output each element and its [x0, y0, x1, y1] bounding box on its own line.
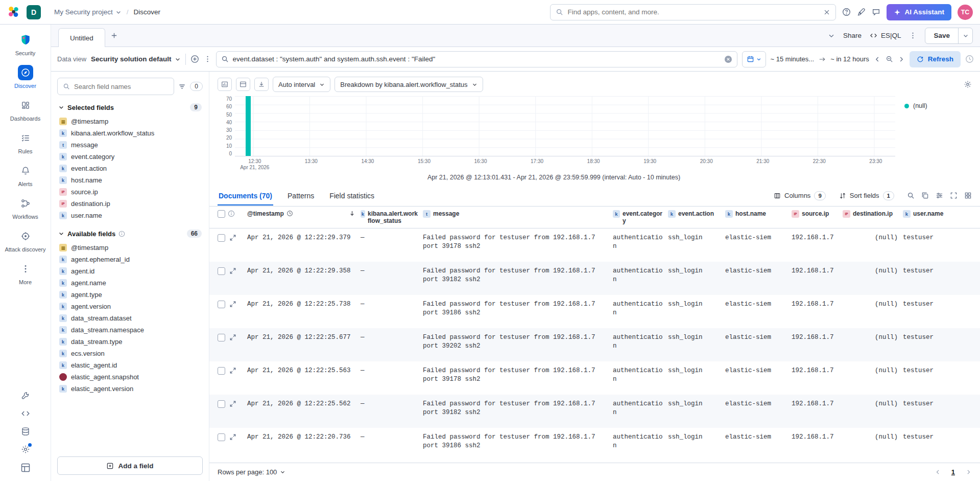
clear-search-icon[interactable] [823, 9, 830, 16]
chart-toggle-icon[interactable] [218, 78, 232, 91]
row-checkbox[interactable] [218, 367, 225, 375]
add-filter-icon[interactable] [190, 55, 199, 63]
expand-row-icon[interactable] [229, 267, 236, 274]
available-fields-heading[interactable]: Available fields 66 [58, 230, 202, 238]
expand-row-icon[interactable] [229, 367, 236, 374]
header-destination-ip[interactable]: IP destination.ip [843, 210, 903, 224]
table-row[interactable]: Apr 21, 2026 @ 12:22:25.563 — Failed pas… [209, 361, 980, 395]
help-icon[interactable] [842, 8, 851, 16]
clear-query-icon[interactable] [724, 55, 732, 63]
share-button[interactable]: Share [843, 32, 862, 39]
grid-view-icon[interactable] [964, 192, 972, 199]
sidebar-item-alerts[interactable]: Alerts [2, 159, 49, 191]
sidebar-item-workflows[interactable]: Workflows [2, 192, 49, 224]
field-list-item[interactable]: k elastic_agent.version [57, 383, 203, 395]
histogram-bar[interactable] [246, 96, 251, 156]
page-number[interactable]: 1 [951, 468, 955, 476]
prev-page-icon[interactable] [935, 469, 941, 475]
feedback-icon[interactable] [872, 8, 880, 16]
new-tab-button[interactable] [110, 32, 118, 39]
sidebar-item-dashboards[interactable]: Dashboards [2, 94, 49, 126]
copy-icon[interactable] [921, 192, 929, 199]
time-range-start[interactable]: ~ 15 minutes... [771, 55, 815, 63]
selected-fields-heading[interactable]: Selected fields 9 [58, 103, 202, 111]
header-event-category[interactable]: k event.category [613, 210, 668, 224]
field-list-item[interactable]: t message [57, 139, 203, 151]
chart-download-icon[interactable] [254, 78, 269, 91]
sidebar-item-discover[interactable]: Discover [2, 61, 49, 93]
kebab-menu-icon[interactable] [909, 32, 917, 39]
breakdown-select[interactable]: Breakdown by kibana.alert.workflow_statu… [334, 77, 483, 92]
expand-row-icon[interactable] [229, 234, 236, 241]
field-search-input[interactable] [74, 83, 169, 90]
field-filter-icon[interactable] [178, 83, 186, 90]
appearance-icon[interactable] [857, 8, 866, 16]
field-search-box[interactable] [57, 78, 174, 95]
field-list-item[interactable]: k data_stream.dataset [57, 312, 203, 324]
refresh-button[interactable]: Refresh [910, 51, 961, 67]
field-list-item[interactable]: k kibana.alert.workflow_status [57, 127, 203, 139]
elastic-logo[interactable] [7, 6, 20, 19]
field-list-item[interactable]: k event.category [57, 151, 203, 163]
sort-desc-arrow-icon[interactable] [349, 210, 355, 217]
space-avatar[interactable]: D [27, 5, 41, 19]
tab-untitled[interactable]: Untitled [58, 28, 105, 47]
global-search[interactable] [550, 4, 836, 20]
expand-row-icon[interactable] [229, 301, 236, 308]
date-picker-button[interactable] [742, 51, 766, 67]
field-list-item[interactable]: IP source.ip [57, 186, 203, 198]
background-refresh-icon[interactable] [965, 55, 974, 63]
time-prev-icon[interactable] [874, 56, 881, 63]
field-list-item[interactable]: k elastic_agent.id [57, 359, 203, 371]
row-checkbox[interactable] [218, 301, 225, 308]
table-row[interactable]: Apr 21, 2026 @ 12:22:25.562 — Failed pas… [209, 395, 980, 428]
time-range-end[interactable]: ~ in 12 hours [830, 55, 869, 63]
field-list-item[interactable]: IP destination.ip [57, 198, 203, 210]
row-checkbox[interactable] [218, 234, 225, 242]
global-search-input[interactable] [567, 8, 819, 16]
table-row[interactable]: Apr 21, 2026 @ 12:22:20.736 — Failed pas… [209, 428, 980, 461]
field-list-item[interactable]: ▦ @timestamp [57, 116, 203, 127]
expand-row-icon[interactable] [229, 433, 236, 441]
save-button[interactable]: Save [925, 28, 958, 43]
header-event-action[interactable]: k event.action [668, 210, 725, 224]
field-list-item[interactable]: k data_stream.namespace [57, 324, 203, 336]
columns-button[interactable]: Columns 9 [769, 189, 830, 203]
console-code-icon[interactable] [21, 409, 30, 418]
storage-icon[interactable] [21, 427, 30, 436]
table-row[interactable]: Apr 21, 2026 @ 12:22:25.738 — Failed pas… [209, 295, 980, 328]
sidebar-item-more[interactable]: More [2, 258, 49, 289]
chart-legend[interactable]: (null) [895, 96, 972, 172]
ai-assistant-button[interactable]: AI Assistant [887, 4, 951, 20]
table-row[interactable]: Apr 21, 2026 @ 12:22:29.379 — Failed pas… [209, 228, 980, 262]
user-avatar[interactable]: TC [958, 5, 973, 20]
field-list-item[interactable]: k event.action [57, 163, 203, 174]
query-input[interactable] [233, 55, 720, 63]
fullscreen-icon[interactable] [950, 192, 958, 199]
sidebar-item-attack-discovery[interactable]: Attack discovery [2, 225, 49, 257]
header-host-name[interactable]: k host.name [725, 210, 792, 224]
field-list-item[interactable]: ▦ @timestamp [57, 242, 203, 254]
rows-per-page-button[interactable]: Rows per page: 100 [218, 468, 285, 476]
field-list-item[interactable]: k agent.id [57, 265, 203, 277]
save-options-chevron-icon[interactable] [958, 28, 972, 43]
tab-patterns[interactable]: Patterns [286, 186, 315, 205]
row-checkbox[interactable] [218, 334, 225, 341]
field-list-item[interactable]: k agent.version [57, 301, 203, 312]
select-all-checkbox[interactable] [218, 210, 225, 218]
launchpad-icon[interactable] [20, 463, 31, 473]
table-row[interactable]: Apr 21, 2026 @ 12:22:29.358 — Failed pas… [209, 262, 980, 295]
add-field-button[interactable]: Add a field [57, 456, 203, 475]
row-checkbox[interactable] [218, 433, 225, 441]
zoom-out-icon[interactable] [886, 55, 893, 63]
table-row[interactable]: Apr 21, 2026 @ 12:22:25.677 — Failed pas… [209, 328, 980, 361]
esql-toggle-button[interactable]: ES|QL [870, 32, 901, 39]
tab-field-statistics[interactable]: Field statistics [328, 186, 375, 205]
next-page-icon[interactable] [965, 469, 972, 475]
field-list-item[interactable]: elastic_agent.snapshot [57, 371, 203, 383]
interval-select[interactable]: Auto interval [273, 77, 330, 92]
tab-documents[interactable]: Documents (70) [218, 186, 273, 205]
field-list-item[interactable]: k user.name [57, 210, 203, 221]
field-list-item[interactable]: k agent.name [57, 277, 203, 289]
expand-row-icon[interactable] [229, 400, 236, 407]
